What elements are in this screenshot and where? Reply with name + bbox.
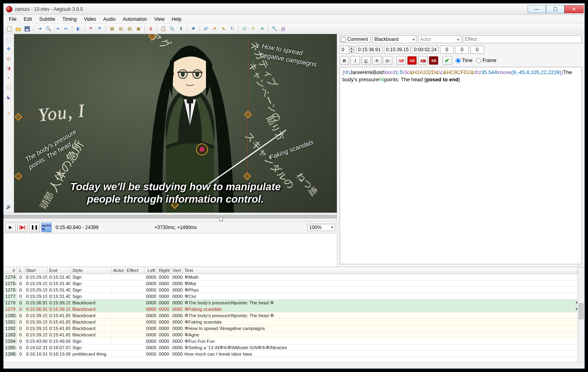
- save-icon[interactable]: [24, 25, 31, 32]
- jump-sub-end-icon[interactable]: ⇤: [62, 25, 70, 32]
- table-row[interactable]: 127900:15:36.910:15:39.15Blackboard00000…: [4, 306, 578, 312]
- grid-body[interactable]: 127400:15:29.150:15:31.40Sign00000000000…: [4, 274, 578, 362]
- table-row[interactable]: 128100:15:39.150:15:41.65Blackboard00000…: [4, 319, 578, 325]
- table-row[interactable]: 128500:16:02.310:16:07.07Sign00000000000…: [4, 344, 578, 351]
- spellcheck-icon[interactable]: S: [147, 25, 154, 32]
- table-row[interactable]: 127700:15:29.150:15:31.40Sign00000000000…: [4, 293, 578, 300]
- timing-postprocessor-icon[interactable]: ◷: [241, 25, 248, 32]
- menu-file[interactable]: File: [5, 16, 20, 23]
- play-line-button[interactable]: [▶]: [17, 223, 28, 232]
- rotate-xy-tool-icon[interactable]: ◑: [5, 64, 12, 72]
- scale-tool-icon[interactable]: ▪: [5, 74, 12, 81]
- bold-button[interactable]: B: [340, 56, 349, 65]
- resample-icon[interactable]: ↻: [228, 25, 236, 32]
- attachments-icon[interactable]: 📎: [168, 25, 176, 32]
- menu-audio[interactable]: Audio: [100, 16, 119, 23]
- titlebar[interactable]: zanszs - 10.mkv - Aegisub 3.0.0 — ☐ ✕: [4, 4, 584, 15]
- shift-times-icon[interactable]: ⇄: [202, 25, 209, 32]
- col-start[interactable]: Start: [24, 267, 48, 273]
- video-display[interactable]: You, I How to spread negative campaigns …: [14, 34, 337, 213]
- snap-start-icon[interactable]: ◐: [75, 25, 82, 32]
- table-row[interactable]: 128200:15:39.150:15:41.65Blackboard00000…: [4, 325, 578, 332]
- end-time-input[interactable]: [384, 46, 410, 54]
- col-text[interactable]: Text: [183, 267, 578, 273]
- select-all-icon[interactable]: ▣: [135, 25, 142, 32]
- help-tool-icon[interactable]: ?: [5, 110, 12, 117]
- drag-marker[interactable]: [16, 173, 21, 179]
- table-row[interactable]: 127500:15:29.150:15:31.40Sign00000000000…: [4, 280, 578, 287]
- col-layer[interactable]: L: [17, 267, 24, 273]
- properties-icon[interactable]: 📋: [160, 25, 167, 32]
- close-button[interactable]: ✕: [564, 5, 584, 13]
- layer-spinner[interactable]: ▴▾: [349, 46, 354, 53]
- col-style[interactable]: Style: [71, 267, 112, 273]
- table-row[interactable]: 128400:15:43.880:15:49.09Sign00000000000…: [4, 338, 578, 344]
- effect-input[interactable]: [463, 35, 582, 43]
- margin-r-input[interactable]: [455, 46, 469, 54]
- flag-end-icon[interactable]: ⚑: [96, 25, 103, 32]
- shift-selection-icon[interactable]: ▥: [117, 25, 124, 32]
- layer-input[interactable]: [340, 46, 349, 54]
- col-end[interactable]: End: [48, 267, 71, 273]
- table-row[interactable]: 128300:15:39.150:15:41.65Blackboard00000…: [4, 332, 578, 338]
- secondary-color-button[interactable]: AB: [407, 56, 417, 65]
- kanji-timer-icon[interactable]: ☀: [250, 25, 257, 32]
- actor-select[interactable]: Actor: [418, 35, 461, 43]
- flag-start-icon[interactable]: ⚑: [87, 25, 94, 32]
- translation-assistant-icon[interactable]: ⬊: [220, 25, 227, 32]
- col-actor[interactable]: Actor: [112, 267, 125, 273]
- clip-tool-icon[interactable]: ▢: [5, 84, 12, 91]
- video-zoom-select[interactable]: 100%: [307, 224, 335, 231]
- spectrum-icon[interactable]: ≋: [258, 25, 266, 32]
- col-index[interactable]: #: [4, 267, 17, 273]
- cycle-tag-hiding-icon[interactable]: {t}: [280, 25, 287, 32]
- strike-button[interactable]: S: [372, 56, 382, 65]
- standard-tool-icon[interactable]: ⬚: [5, 36, 12, 43]
- table-row[interactable]: 127600:15:29.150:15:31.40Sign00000000000…: [4, 287, 578, 293]
- jump-sub-start-icon[interactable]: ⇥: [54, 25, 61, 32]
- primary-color-button[interactable]: AB: [396, 56, 406, 65]
- menu-help[interactable]: Help: [168, 16, 185, 23]
- grid-scrollbar[interactable]: [578, 267, 584, 362]
- frame-radio[interactable]: Frame: [476, 58, 496, 63]
- outline-color-button[interactable]: AB: [418, 56, 428, 65]
- jump-video-start-icon[interactable]: ➜: [36, 25, 43, 32]
- zoom-icon[interactable]: 🔍: [45, 25, 52, 32]
- col-effect[interactable]: Effect: [125, 267, 144, 273]
- menu-edit[interactable]: Edit: [20, 16, 36, 23]
- duration-input[interactable]: [412, 46, 438, 54]
- col-right[interactable]: Right: [157, 267, 171, 273]
- commit-button[interactable]: ✔: [442, 56, 452, 65]
- rotate-z-tool-icon[interactable]: ◴: [5, 55, 12, 62]
- automation-icon[interactable]: ✱: [190, 25, 197, 32]
- fonts-collector-icon[interactable]: ⬇: [177, 25, 184, 32]
- col-left[interactable]: Left: [144, 267, 157, 273]
- new-file-icon[interactable]: [6, 25, 13, 32]
- subtitle-text-input[interactable]: {\fnJanieHmkBold\bord1.5\3c&H2A332D&\c&H…: [340, 67, 582, 264]
- play-button[interactable]: ▶: [5, 223, 16, 232]
- toggle-audio-icon[interactable]: 🔊: [5, 203, 12, 210]
- menu-video[interactable]: Video: [80, 16, 100, 23]
- italic-button[interactable]: I: [350, 56, 360, 65]
- underline-button[interactable]: U: [361, 56, 371, 65]
- pause-button[interactable]: ❚❚: [29, 223, 40, 232]
- comment-checkbox[interactable]: Comment: [340, 36, 371, 43]
- select-overlaps-icon[interactable]: ▦: [108, 25, 116, 32]
- start-time-input[interactable]: [356, 46, 382, 54]
- table-row[interactable]: 127800:15:36.910:15:39.15Blackboard00000…: [4, 300, 578, 306]
- scrollbar-thumb[interactable]: [579, 303, 584, 319]
- open-file-icon[interactable]: [15, 25, 22, 32]
- minimize-button[interactable]: —: [528, 5, 546, 13]
- shadow-color-button[interactable]: AB: [429, 56, 438, 65]
- vector-clip-tool-icon[interactable]: ◣: [5, 93, 12, 101]
- video-seek-bar[interactable]: [4, 213, 337, 221]
- menu-subtitle[interactable]: Subtitle: [36, 16, 59, 23]
- menu-automation[interactable]: Automation: [119, 16, 151, 23]
- margin-v-input[interactable]: [470, 46, 484, 54]
- time-radio[interactable]: Time: [456, 58, 472, 63]
- table-row[interactable]: 128000:15:39.150:15:41.65Blackboard00000…: [4, 312, 578, 319]
- seek-thumb[interactable]: [220, 217, 223, 221]
- col-vert[interactable]: Vert: [171, 267, 183, 273]
- style-select[interactable]: Blackboard: [372, 35, 416, 43]
- menu-view[interactable]: View: [151, 16, 168, 23]
